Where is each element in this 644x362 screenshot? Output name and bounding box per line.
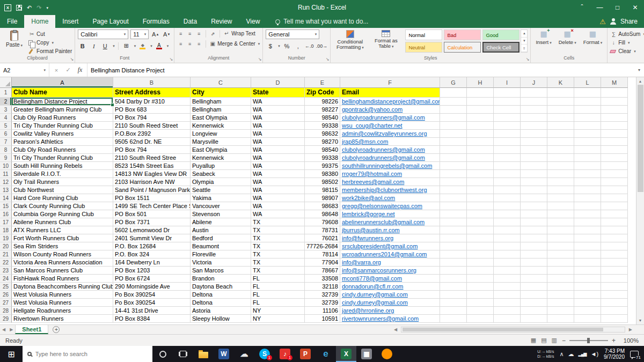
cell-K16[interactable]: [547, 210, 574, 218]
cell-M7[interactable]: [601, 138, 628, 146]
number-dialog-launcher[interactable]: ↘: [326, 57, 330, 62]
cell-I9[interactable]: [494, 154, 521, 162]
font-size-select[interactable]: 11▾: [130, 29, 149, 39]
cell-H5[interactable]: [467, 122, 494, 130]
cell-G1[interactable]: [440, 88, 467, 98]
tab-view[interactable]: View: [239, 15, 267, 28]
cell-J6[interactable]: [521, 130, 547, 138]
cell-C18[interactable]: Austin: [191, 226, 251, 234]
word-icon[interactable]: W: [214, 346, 234, 362]
cell-M17[interactable]: [601, 218, 628, 226]
accounting-format-button[interactable]: $: [266, 41, 275, 50]
column-header-D[interactable]: D: [251, 77, 305, 88]
cell-G21[interactable]: [440, 250, 467, 258]
comma-style-button[interactable]: ,: [294, 41, 303, 50]
number-format-select[interactable]: General▾: [266, 29, 319, 39]
cell-D28[interactable]: NY: [251, 307, 305, 315]
cell-E26[interactable]: 32739: [305, 291, 340, 299]
cell-I5[interactable]: [494, 122, 521, 130]
scroll-right-arrow[interactable]: ▶: [627, 327, 634, 332]
cell-K14[interactable]: [547, 194, 574, 202]
cell-D13[interactable]: WA: [251, 186, 305, 194]
merge-center-button[interactable]: ▣Merge & Center▾: [209, 40, 260, 48]
cell-E4[interactable]: 98540: [305, 114, 340, 122]
cell-A6[interactable]: Cowlitz Valley Runners: [12, 130, 113, 138]
cell-B25[interactable]: 290 Morningside Ave: [113, 283, 191, 291]
cell-G8[interactable]: [440, 146, 467, 154]
cell-K25[interactable]: [547, 283, 574, 291]
cell-B6[interactable]: P.O.Box 2392: [113, 130, 191, 138]
cell-G15[interactable]: [440, 202, 467, 210]
cell-K27[interactable]: [547, 299, 574, 307]
cell-C8[interactable]: East Olympia: [191, 146, 251, 154]
cell-L25[interactable]: [574, 283, 601, 291]
cell-J27[interactable]: [521, 299, 547, 307]
cell-C25[interactable]: Daytona Beach: [191, 283, 251, 291]
gallery-up-button[interactable]: ▲: [521, 30, 527, 38]
cell-I6[interactable]: [494, 130, 521, 138]
cell-F21[interactable]: wcroadrunners2014@gmail.com: [340, 250, 440, 258]
cell-E5[interactable]: 99338: [305, 122, 340, 130]
cell-L23[interactable]: [574, 267, 601, 275]
cell-E9[interactable]: 99338: [305, 154, 340, 162]
new-sheet-button[interactable]: +: [53, 326, 60, 333]
cell-B15[interactable]: 1499 SE Tech Center Place Suite: [113, 202, 191, 210]
cell-M9[interactable]: [601, 154, 628, 162]
cell-B11[interactable]: 14813 NW Eagles View DR: [113, 170, 191, 178]
column-header-J[interactable]: J: [521, 77, 547, 88]
page-layout-view-button[interactable]: ▤: [541, 337, 546, 344]
cell-A4[interactable]: Club Oly Road Runners: [12, 114, 113, 122]
cell-K23[interactable]: [547, 267, 574, 275]
increase-font-button[interactable]: A▲: [151, 30, 160, 39]
cell-B12[interactable]: 2103 Harrison Ave NW: [113, 178, 191, 186]
cell-B8[interactable]: PO Box 794: [113, 146, 191, 154]
cell-I27[interactable]: [494, 299, 521, 307]
cell-G10[interactable]: [440, 162, 467, 170]
cell-L13[interactable]: [574, 186, 601, 194]
cell-G12[interactable]: [440, 178, 467, 186]
font-dialog-launcher[interactable]: ↘: [170, 57, 173, 62]
cell-F22[interactable]: info@varra.org: [340, 258, 440, 267]
row-header-7[interactable]: 7: [0, 138, 12, 146]
cell-D22[interactable]: TX: [251, 258, 305, 267]
row-header-1[interactable]: 1: [0, 88, 12, 98]
delete-cells-button[interactable]: ▦× Delete▾: [557, 29, 579, 46]
cell-M19[interactable]: [601, 234, 628, 242]
row-header-8[interactable]: 8: [0, 146, 12, 154]
cell-F24[interactable]: mconti778@gmail.com: [340, 275, 440, 283]
cell-I2[interactable]: [494, 98, 521, 106]
cell-A25[interactable]: Daytona Beachcombers Running Club: [12, 283, 113, 291]
cell-E2[interactable]: 98226: [305, 98, 340, 106]
copy-button[interactable]: Copy▾: [28, 39, 72, 47]
row-header-11[interactable]: 11: [0, 170, 12, 178]
cell-M5[interactable]: [601, 122, 628, 130]
cell-C12[interactable]: Olympia: [191, 178, 251, 186]
cell-G29[interactable]: [440, 315, 467, 323]
cell-A18[interactable]: ATX Runners LLC: [12, 226, 113, 234]
cell-I24[interactable]: [494, 275, 521, 283]
cell-J1[interactable]: [521, 88, 547, 98]
cell-D19[interactable]: TX: [251, 234, 305, 242]
maximize-button[interactable]: □: [609, 0, 626, 15]
cell-L1[interactable]: [574, 88, 601, 98]
cell-C5[interactable]: Kennenwick: [191, 122, 251, 130]
cell-L17[interactable]: [574, 218, 601, 226]
cell-L2[interactable]: [574, 98, 601, 106]
underline-button[interactable]: U: [100, 41, 109, 50]
cell-H13[interactable]: [467, 186, 494, 194]
cell-J25[interactable]: [521, 283, 547, 291]
vertical-scrollbar[interactable]: ▲ ▼: [636, 77, 644, 324]
cell-F3[interactable]: gpontrack@yahoo.com: [340, 106, 440, 114]
cut-button[interactable]: ✂Cut: [28, 30, 72, 38]
fill-button[interactable]: ↓Fill▾: [610, 39, 644, 47]
cell-J28[interactable]: [521, 307, 547, 315]
cell-A20[interactable]: Sea Rim Striders: [12, 242, 113, 250]
cell-M14[interactable]: [601, 194, 628, 202]
cell-L24[interactable]: [574, 275, 601, 283]
cell-G23[interactable]: [440, 267, 467, 275]
cell-G28[interactable]: [440, 307, 467, 315]
row-header-25[interactable]: 25: [0, 283, 12, 291]
cell-H8[interactable]: [467, 146, 494, 154]
cell-C10[interactable]: Puyallup: [191, 162, 251, 170]
cell-L4[interactable]: [574, 114, 601, 122]
